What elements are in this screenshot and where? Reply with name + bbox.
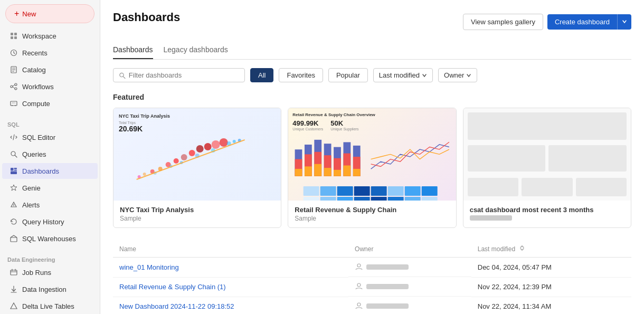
svg-rect-63 bbox=[305, 166, 312, 176]
view-samples-button[interactable]: View samples gallery bbox=[463, 14, 543, 30]
retail-preview: Retail Revenue & Supply Chain Overview 4… bbox=[288, 108, 456, 201]
sidebar-item-alerts[interactable]: Alerts bbox=[2, 197, 98, 213]
search-icon bbox=[119, 72, 126, 79]
person-icon bbox=[355, 263, 363, 271]
create-dashboard-button[interactable]: Create dashboard bbox=[547, 14, 617, 30]
svg-rect-92 bbox=[388, 197, 404, 201]
sidebar-item-dashboards[interactable]: Dashboards bbox=[2, 163, 98, 179]
featured-card-retail[interactable]: Retail Revenue & Supply Chain Overview 4… bbox=[288, 108, 456, 228]
svg-rect-78 bbox=[353, 169, 361, 176]
svg-point-42 bbox=[174, 158, 179, 164]
sidebar-item-delta-live-tables[interactable]: Delta Live Tables bbox=[2, 298, 98, 314]
page-title: Dashboards bbox=[113, 11, 180, 24]
svg-marker-34 bbox=[11, 303, 17, 309]
plus-icon: + bbox=[14, 9, 19, 18]
clock-icon bbox=[10, 49, 18, 57]
svg-line-18 bbox=[13, 135, 14, 140]
owner-cell-1 bbox=[348, 277, 471, 297]
chevron-down-icon bbox=[466, 73, 471, 78]
sidebar-item-workflows-label: Workflows bbox=[22, 83, 54, 91]
sidebar-item-compute-label: Compute bbox=[22, 100, 50, 108]
sidebar-item-sql-editor[interactable]: SQL Editor bbox=[2, 129, 98, 145]
sidebar-item-job-runs[interactable]: Job Runs bbox=[2, 264, 98, 280]
sidebar-item-sql-warehouses[interactable]: SQL Warehouses bbox=[2, 231, 98, 246]
retail-card-sub: Sample bbox=[295, 215, 449, 222]
csat-card-info: csat dashboard most recent 3 months bbox=[463, 201, 631, 227]
svg-rect-75 bbox=[344, 166, 351, 176]
dashboard-link-retail[interactable]: Retail Revenue & Supply Chain (1) bbox=[119, 283, 226, 291]
nyc-card-info: NYC Taxi Trip Analysis Sample bbox=[113, 201, 281, 227]
svg-point-47 bbox=[212, 140, 220, 149]
sidebar-item-workspace[interactable]: Workspace bbox=[2, 28, 98, 44]
svg-rect-22 bbox=[14, 168, 17, 169]
sql-section-label: SQL bbox=[0, 118, 100, 129]
editor-icon bbox=[10, 133, 18, 141]
create-dashboard-dropdown-button[interactable] bbox=[617, 14, 631, 30]
svg-point-38 bbox=[143, 173, 146, 176]
svg-rect-1 bbox=[14, 33, 17, 35]
svg-line-20 bbox=[15, 155, 17, 157]
last-modified-dropdown[interactable]: Last modified bbox=[373, 68, 433, 82]
sidebar-item-catalog-label: Catalog bbox=[22, 66, 46, 74]
sidebar-item-catalog[interactable]: Catalog bbox=[2, 62, 98, 78]
owner-cell-2 bbox=[348, 297, 471, 314]
sidebar-item-genie[interactable]: Genie bbox=[2, 180, 98, 196]
tab-dashboards[interactable]: Dashboards bbox=[113, 41, 153, 59]
sidebar-item-workflows[interactable]: Workflows bbox=[2, 79, 98, 94]
csat-card-sub bbox=[470, 215, 624, 222]
sidebar-item-genie-label: Genie bbox=[22, 184, 41, 192]
featured-card-nyc[interactable]: NYC Taxi Trip Analysis Total Trips 20.69… bbox=[113, 108, 281, 228]
svg-rect-60 bbox=[295, 169, 302, 176]
svg-rect-80 bbox=[320, 186, 336, 196]
svg-rect-88 bbox=[320, 197, 336, 201]
sidebar-item-alerts-label: Alerts bbox=[22, 201, 40, 209]
dashboard-link-wine[interactable]: wine_01 Monitoring bbox=[119, 263, 179, 271]
sidebar-item-job-runs-label: Job Runs bbox=[22, 269, 51, 277]
sidebar-item-compute[interactable]: Compute bbox=[2, 96, 98, 111]
svg-line-57 bbox=[137, 140, 245, 179]
sidebar-item-sql-editor-label: SQL Editor bbox=[22, 134, 55, 141]
sort-icon[interactable] bbox=[519, 245, 525, 251]
new-button-label: New bbox=[22, 10, 36, 18]
svg-rect-27 bbox=[11, 237, 17, 242]
svg-rect-82 bbox=[354, 186, 370, 196]
svg-rect-79 bbox=[304, 186, 319, 196]
svg-rect-66 bbox=[315, 164, 322, 176]
table-row: New Dashboard 2024-11-22 09:18:52 Nov 22… bbox=[113, 297, 631, 314]
svg-rect-83 bbox=[371, 186, 387, 196]
sidebar-item-queries[interactable]: Queries bbox=[2, 146, 98, 162]
tab-bar: Dashboards Legacy dashboards bbox=[113, 41, 631, 60]
workflow-icon bbox=[10, 82, 18, 91]
sidebar-item-data-ingestion[interactable]: Data Ingestion bbox=[2, 281, 98, 297]
chevron-down-icon bbox=[422, 73, 427, 78]
owner-blur bbox=[366, 284, 409, 289]
svg-point-97 bbox=[357, 303, 361, 306]
col-name: Name bbox=[113, 241, 348, 258]
featured-card-csat[interactable]: csat dashboard most recent 3 months bbox=[463, 108, 631, 228]
filter-all-button[interactable]: All bbox=[250, 68, 273, 82]
table-header: Name Owner Last modified bbox=[113, 241, 631, 258]
sidebar-item-dashboards-label: Dashboards bbox=[22, 167, 59, 175]
main-content: Dashboards View samples gallery Create d… bbox=[100, 0, 644, 314]
new-button[interactable]: + New bbox=[5, 4, 94, 23]
filter-favorites-button[interactable]: Favorites bbox=[279, 68, 323, 82]
search-input[interactable] bbox=[129, 71, 239, 79]
svg-rect-2 bbox=[11, 36, 13, 39]
sidebar-item-recents[interactable]: Recents bbox=[2, 45, 98, 61]
tab-legacy-dashboards[interactable]: Legacy dashboards bbox=[164, 41, 228, 59]
svg-point-26 bbox=[14, 206, 14, 206]
svg-rect-94 bbox=[422, 197, 438, 201]
filter-popular-button[interactable]: Popular bbox=[328, 68, 368, 82]
sidebar-item-recents-label: Recents bbox=[22, 49, 48, 57]
svg-line-13 bbox=[13, 87, 15, 89]
search-box[interactable] bbox=[113, 68, 245, 82]
svg-point-10 bbox=[15, 83, 17, 85]
svg-rect-69 bbox=[324, 168, 332, 176]
sidebar-item-query-history[interactable]: Query History bbox=[2, 214, 98, 230]
table-row: wine_01 Monitoring Dec 04, 2024, 05:47 P… bbox=[113, 258, 631, 278]
owner-dropdown[interactable]: Owner bbox=[438, 68, 477, 82]
owner-blur bbox=[366, 264, 409, 270]
csat-card-name: csat dashboard most recent 3 months bbox=[470, 206, 624, 214]
scatter-chart bbox=[119, 137, 276, 195]
dashboard-link-new[interactable]: New Dashboard 2024-11-22 09:18:52 bbox=[119, 302, 234, 310]
